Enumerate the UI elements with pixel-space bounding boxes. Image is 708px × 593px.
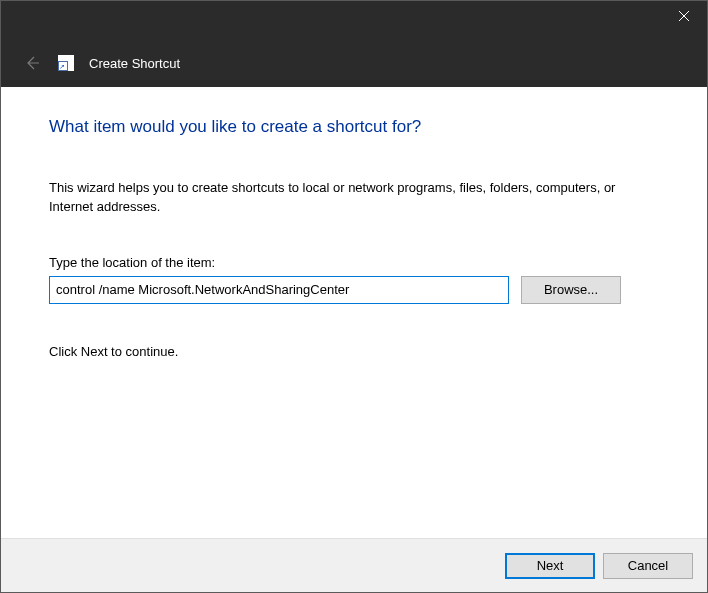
close-button[interactable] — [661, 1, 707, 31]
input-row: Browse... — [49, 276, 659, 304]
browse-button[interactable]: Browse... — [521, 276, 621, 304]
back-arrow-icon — [22, 54, 40, 72]
close-icon — [678, 10, 690, 22]
back-button[interactable] — [19, 51, 43, 75]
titlebar — [1, 1, 707, 39]
cancel-button[interactable]: Cancel — [603, 553, 693, 579]
wizard-title: Create Shortcut — [89, 56, 180, 71]
location-input[interactable] — [49, 276, 509, 304]
wizard-content: What item would you like to create a sho… — [1, 87, 707, 538]
shortcut-icon: ↗ — [58, 55, 74, 71]
continue-text: Click Next to continue. — [49, 344, 659, 359]
next-button[interactable]: Next — [505, 553, 595, 579]
wizard-footer: Next Cancel — [1, 538, 707, 592]
wizard-header: ↗ Create Shortcut — [1, 39, 707, 87]
location-label: Type the location of the item: — [49, 255, 659, 270]
page-heading: What item would you like to create a sho… — [49, 117, 659, 137]
description-text: This wizard helps you to create shortcut… — [49, 179, 659, 217]
